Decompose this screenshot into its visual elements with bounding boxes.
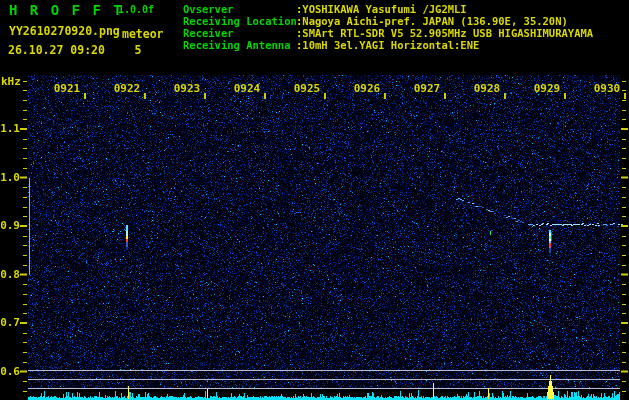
app-version: 1.0.0f bbox=[118, 4, 154, 15]
freq-tick-label: 0.7 bbox=[0, 316, 20, 329]
time-tick-label: 0924 bbox=[217, 82, 277, 95]
meteor-count: 5 bbox=[128, 43, 148, 57]
time-tick-label: 0928 bbox=[457, 82, 517, 95]
header-field-row: Receiving Location:Nagoya Aichi-pref. JA… bbox=[183, 15, 593, 27]
freq-tick-label: 0.6 bbox=[0, 365, 20, 378]
freq-tick-label: 0.8 bbox=[0, 268, 20, 281]
header-field-row: Ovserver:YOSHIKAWA Yasufumi /JG2MLI bbox=[183, 3, 593, 15]
time-tick-label: 0929 bbox=[517, 82, 577, 95]
output-filename: YY2610270920.png bbox=[9, 24, 120, 38]
field-value: :Nagoya Aichi-pref. JAPAN (136.90E, 35.2… bbox=[296, 15, 568, 27]
freq-tick-label: 0.9 bbox=[0, 219, 20, 232]
header-field-row: Receiver:SMArt RTL-SDR V5 52.905MHz USB … bbox=[183, 27, 593, 39]
time-axis: 0921092209230924092509260927092809290930 bbox=[37, 82, 629, 95]
field-label: Receiving Antenna bbox=[183, 39, 296, 51]
time-tick-label: 0923 bbox=[157, 82, 217, 95]
station-info-block: Ovserver:YOSHIKAWA Yasufumi /JG2MLIRecei… bbox=[183, 3, 593, 51]
time-tick-label: 0921 bbox=[37, 82, 97, 95]
time-tick-label: 0925 bbox=[277, 82, 337, 95]
app-title: H R O F F T bbox=[9, 2, 124, 18]
field-value: :10mH 3el.YAGI Horizontal:ENE bbox=[296, 39, 479, 51]
freq-axis-unit: kHz bbox=[1, 75, 21, 88]
time-tick-label: 0930 bbox=[577, 82, 629, 95]
hrofft-window: H R O F F T 1.0.0f YY2610270920.png mete… bbox=[0, 0, 629, 400]
field-value: :SMArt RTL-SDR V5 52.905MHz USB HIGASHIM… bbox=[296, 27, 593, 39]
record-datetime: 26.10.27 09:20 bbox=[8, 43, 105, 57]
mode-label: meteor bbox=[122, 27, 164, 41]
field-label: Receiver bbox=[183, 27, 296, 39]
freq-tick-label: 1.0 bbox=[0, 171, 20, 184]
field-value: :YOSHIKAWA Yasufumi /JG2MLI bbox=[296, 3, 467, 15]
field-label: Receiving Location bbox=[183, 15, 296, 27]
freq-tick-label: 1.1 bbox=[0, 122, 20, 135]
time-tick-label: 0927 bbox=[397, 82, 457, 95]
spectrogram-canvas bbox=[0, 0, 629, 400]
time-tick-label: 0922 bbox=[97, 82, 157, 95]
header-field-row: Receiving Antenna:10mH 3el.YAGI Horizont… bbox=[183, 39, 593, 51]
time-tick-label: 0926 bbox=[337, 82, 397, 95]
field-label: Ovserver bbox=[183, 3, 296, 15]
